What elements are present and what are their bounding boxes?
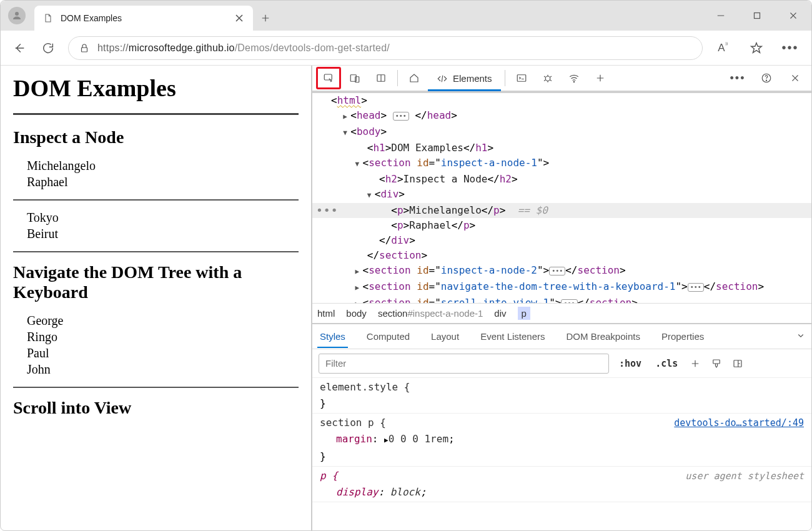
svg-point-9	[573, 81, 575, 82]
inspect-element-button[interactable]	[316, 67, 341, 89]
page-content: DOM Examples Inspect a Node Michelangelo…	[1, 66, 311, 531]
device-toggle-button[interactable]	[342, 67, 367, 89]
layout-tab[interactable]: Layout	[428, 326, 462, 347]
breadcrumb-item[interactable]: html	[317, 308, 335, 319]
brush-icon	[711, 358, 722, 369]
computed-tab[interactable]: Computed	[364, 326, 412, 347]
person-icon	[11, 10, 22, 21]
svg-rect-3	[324, 74, 332, 80]
dom-selected-node[interactable]: ••• <p>Michelangelo</p> == $0	[312, 203, 811, 218]
styles-more-button[interactable]	[795, 330, 806, 343]
breadcrumb-item[interactable]: div	[494, 308, 506, 319]
devtools-panel: Elements ••• <html> ▶<head> ••• </head> …	[311, 66, 811, 531]
breadcrumb-item[interactable]: section#inspect-a-node-1	[378, 308, 483, 319]
inspect-icon	[323, 72, 334, 84]
minimize-button[interactable]	[703, 3, 739, 28]
refresh-icon	[41, 41, 55, 55]
list-block: Tokyo Beirut	[13, 211, 299, 241]
section-heading: Inspect a Node	[13, 127, 299, 147]
code-icon	[437, 73, 448, 84]
style-rule: element.style { }	[312, 378, 811, 414]
svg-point-11	[766, 80, 766, 81]
favorite-button[interactable]	[744, 36, 769, 61]
help-icon	[761, 72, 772, 84]
minimize-icon	[715, 10, 726, 21]
window-titlebar: DOM Examples	[1, 1, 811, 31]
address-bar: https://microsoftedge.github.io/Demos/de…	[1, 31, 811, 66]
user-agent-label: user agent stylesheet	[685, 468, 804, 484]
new-style-button[interactable]	[688, 356, 703, 371]
computed-toggle-button[interactable]	[730, 356, 745, 371]
breadcrumb-item[interactable]: body	[346, 308, 367, 319]
svg-rect-1	[755, 13, 760, 19]
list-item: Paul	[27, 346, 285, 360]
window-controls	[703, 1, 811, 31]
home-icon	[408, 72, 420, 84]
styles-tab[interactable]: Styles	[317, 326, 348, 348]
url-field[interactable]: https://microsoftedge.github.io/Demos/de…	[68, 36, 703, 60]
paint-button[interactable]	[709, 356, 724, 371]
breadcrumb-item-selected[interactable]: p	[518, 307, 530, 320]
more-icon: •••	[781, 41, 798, 55]
device-icon	[349, 72, 360, 84]
chevron-down-icon	[795, 330, 806, 341]
divider	[13, 387, 299, 388]
list-item: John	[27, 362, 285, 377]
elements-tab[interactable]: Elements	[428, 68, 501, 91]
svg-rect-12	[713, 360, 720, 364]
plus-icon	[690, 358, 701, 369]
plus-icon	[595, 72, 606, 84]
section-heading: Scroll into View	[13, 398, 299, 418]
maximize-button[interactable]	[739, 3, 775, 28]
close-devtools-button[interactable]	[783, 67, 808, 89]
arrow-left-icon	[12, 41, 26, 55]
welcome-tab[interactable]	[402, 67, 427, 89]
list-item: Tokyo	[27, 211, 285, 225]
more-menu-button[interactable]: •••	[778, 36, 803, 61]
read-aloud-icon: A⁾⁾	[718, 41, 727, 54]
refresh-button[interactable]	[36, 36, 61, 61]
list-block: Michelangelo Raphael	[13, 159, 299, 189]
divider	[13, 251, 299, 252]
plus-icon	[260, 12, 271, 24]
properties-tab[interactable]: Properties	[659, 326, 706, 347]
close-window-button[interactable]	[775, 3, 811, 28]
event-listeners-tab[interactable]: Event Listeners	[478, 326, 547, 347]
console-button[interactable]	[509, 67, 534, 89]
list-item: Raphael	[27, 175, 285, 189]
styles-filter-bar: :hov .cls	[312, 349, 811, 378]
section-heading: Navigate the DOM Tree with a Keyboard	[13, 262, 299, 302]
close-icon	[788, 10, 799, 21]
new-tab-button[interactable]	[253, 6, 278, 31]
dock-button[interactable]	[369, 67, 394, 89]
hov-toggle[interactable]: :hov	[615, 355, 645, 372]
more-tabs-button[interactable]	[588, 67, 613, 89]
styles-tabbar: Styles Computed Layout Event Listeners D…	[312, 324, 811, 349]
divider	[13, 199, 299, 201]
cls-toggle[interactable]: .cls	[651, 355, 681, 372]
rule-source-link[interactable]: devtools-do…started/:49	[674, 415, 804, 431]
divider	[13, 113, 299, 115]
devtools-toolbar: Elements •••	[312, 66, 811, 93]
dom-tree[interactable]: <html> ▶<head> ••• </head> ▼<body> <h1>D…	[312, 93, 811, 303]
read-aloud-button[interactable]: A⁾⁾	[710, 36, 735, 61]
browser-tab[interactable]: DOM Examples	[34, 6, 253, 31]
styles-rules[interactable]: element.style { } devtools-do…started/:4…	[312, 378, 811, 531]
dom-breakpoints-tab[interactable]: DOM Breakpoints	[564, 326, 643, 347]
profile-avatar[interactable]	[8, 7, 26, 24]
list-item: Michelangelo	[27, 159, 285, 173]
star-icon	[750, 41, 763, 55]
styles-filter-input[interactable]	[319, 354, 609, 374]
devtools-more-button[interactable]: •••	[725, 67, 750, 89]
style-rule: devtools-do…started/:49 section p { marg…	[312, 414, 811, 467]
wifi-icon	[568, 72, 580, 84]
back-button[interactable]	[7, 36, 32, 61]
issues-button[interactable]	[535, 67, 560, 89]
tab-title: DOM Examples	[61, 13, 227, 23]
tab-close-icon[interactable]	[234, 13, 244, 23]
network-conditions-button[interactable]	[562, 67, 587, 89]
help-button[interactable]	[754, 67, 779, 89]
list-block: George Ringo Paul John	[13, 314, 299, 377]
svg-rect-2	[82, 47, 87, 52]
maximize-icon	[751, 10, 763, 21]
